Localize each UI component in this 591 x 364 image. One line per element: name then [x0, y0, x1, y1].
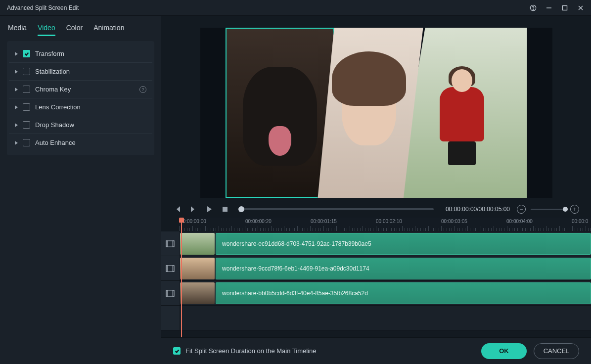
tab-animation[interactable]: Animation [93, 24, 124, 36]
tab-video[interactable]: Video [38, 24, 55, 36]
prop-stabilization[interactable]: Stabilization [9, 63, 152, 81]
track-icon[interactable] [161, 231, 179, 256]
ruler-label: 00:00:00:20 [245, 219, 272, 224]
prop-drop-shadow[interactable]: Drop Shadow [9, 116, 152, 134]
stop-button[interactable] [221, 205, 229, 214]
svg-rect-6 [223, 207, 227, 212]
prop-lens-correction[interactable]: Lens Correction [9, 98, 152, 116]
footer: Fit Split Screen Duration on the Main Ti… [161, 337, 591, 364]
svg-rect-15 [173, 290, 174, 296]
ruler-label: 00:00:04:00 [506, 219, 533, 224]
track-3[interactable]: wondershare-bb0b5cdd-6d3f-40e4-85ae-35fb… [161, 281, 591, 306]
clip-1[interactable]: wondershare-ec91dd68-d703-4751-92ac-1787… [216, 233, 591, 255]
clip-thumb [180, 258, 215, 279]
window-title: Advanced Split Screen Edit [7, 4, 79, 11]
step-forward-button[interactable] [189, 205, 198, 214]
close-icon[interactable] [577, 4, 584, 11]
fit-duration-label: Fit Split Screen Duration on the Main Ti… [185, 347, 316, 355]
editor-content: 00:00:00:00/00:00:05:00 − + 00:00:00:00 … [161, 16, 591, 364]
playhead[interactable] [181, 218, 182, 337]
maximize-icon[interactable] [561, 4, 568, 11]
svg-point-1 [533, 9, 533, 9]
prop-label: Chroma Key [35, 86, 135, 93]
clip-2[interactable]: wondershare-9ccd78f6-6eb1-4469-91ea-a09d… [216, 258, 591, 279]
ruler-label: 00:00:03:05 [441, 219, 467, 224]
checkbox-transform[interactable] [23, 50, 30, 57]
split-pane-1[interactable] [226, 28, 334, 198]
ruler-label: 00:00:02:10 [376, 219, 402, 224]
step-back-button[interactable] [173, 205, 182, 214]
checkbox-stabilization[interactable] [23, 68, 30, 75]
svg-rect-9 [173, 240, 174, 246]
prop-transform[interactable]: Transform [9, 45, 152, 63]
zoom-slider[interactable] [531, 209, 565, 210]
titlebar: Advanced Split Screen Edit [0, 0, 591, 16]
timecode-display: 00:00:00:00/00:00:05:00 [446, 206, 510, 213]
chevron-right-icon[interactable] [15, 123, 18, 127]
tracks: wondershare-ec91dd68-d703-4751-92ac-1787… [161, 231, 591, 330]
clip-label: wondershare-ec91dd68-d703-4751-92ac-1787… [222, 240, 371, 247]
zoom-in-button[interactable]: + [570, 205, 579, 214]
prop-chroma-key[interactable]: Chroma Key ? [9, 81, 152, 98]
zoom-out-button[interactable]: − [517, 205, 526, 214]
ruler-label: 00:00:01:15 [311, 219, 337, 224]
seek-knob[interactable] [238, 206, 244, 212]
prop-label: Stabilization [35, 68, 146, 75]
tab-color[interactable]: Color [66, 24, 83, 36]
prop-label: Auto Enhance [35, 139, 146, 146]
ruler-label: 00:00:0 [572, 219, 588, 224]
svg-rect-8 [166, 240, 168, 246]
chevron-right-icon[interactable] [15, 70, 18, 74]
timeline: 00:00:00:00 00:00:00:20 00:00:01:15 00:0… [161, 218, 591, 337]
prop-auto-enhance[interactable]: Auto Enhance [9, 134, 152, 151]
checkbox-chroma-key[interactable] [23, 86, 30, 93]
clip-thumb [180, 233, 215, 255]
timeline-ruler[interactable]: 00:00:00:00 00:00:00:20 00:00:01:15 00:0… [179, 218, 591, 231]
prop-label: Drop Shadow [35, 121, 146, 129]
chevron-right-icon[interactable] [15, 52, 18, 56]
sidebar-tabs: Media Video Color Animation [7, 22, 154, 41]
track-icon[interactable] [161, 281, 179, 305]
prop-label: Lens Correction [35, 103, 146, 111]
properties-panel: Media Video Color Animation Transform St… [0, 16, 161, 364]
clip-label: wondershare-9ccd78f6-6eb1-4469-91ea-a09d… [222, 265, 369, 272]
ok-button[interactable]: OK [481, 343, 527, 359]
preview-canvas[interactable] [200, 28, 552, 198]
clip-thumb [180, 282, 215, 304]
info-icon[interactable]: ? [139, 86, 146, 93]
prop-label: Transform [35, 50, 146, 57]
checkbox-lens-correction[interactable] [23, 103, 30, 111]
seek-slider[interactable] [241, 208, 434, 210]
property-list: Transform Stabilization Chroma Key ? Len… [7, 41, 154, 155]
track-1[interactable]: wondershare-ec91dd68-d703-4751-92ac-1787… [161, 231, 591, 256]
cancel-button[interactable]: CANCEL [534, 343, 579, 359]
playback-bar: 00:00:00:00/00:00:05:00 − + [161, 200, 591, 218]
chevron-right-icon[interactable] [15, 105, 18, 109]
svg-rect-3 [563, 5, 567, 10]
clip-3[interactable]: wondershare-bb0b5cdd-6d3f-40e4-85ae-35fb… [216, 282, 591, 304]
checkbox-auto-enhance[interactable] [23, 139, 30, 146]
track-icon [161, 306, 179, 330]
play-button[interactable] [205, 205, 214, 214]
svg-rect-12 [173, 265, 174, 271]
zoom-knob[interactable] [563, 207, 568, 212]
help-icon[interactable] [530, 4, 537, 11]
chevron-right-icon[interactable] [15, 88, 18, 91]
chevron-right-icon[interactable] [15, 141, 18, 145]
svg-rect-11 [166, 265, 168, 271]
clip-label: wondershare-bb0b5cdd-6d3f-40e4-85ae-35fb… [222, 290, 368, 297]
tab-media[interactable]: Media [8, 24, 27, 36]
checkbox-drop-shadow[interactable] [23, 121, 30, 129]
track-2[interactable]: wondershare-9ccd78f6-6eb1-4469-91ea-a09d… [161, 256, 591, 281]
track-empty[interactable] [161, 306, 591, 330]
minimize-icon[interactable] [546, 4, 552, 11]
track-icon[interactable] [161, 256, 179, 280]
checkbox-fit-duration[interactable] [173, 347, 181, 355]
svg-rect-14 [166, 290, 168, 296]
